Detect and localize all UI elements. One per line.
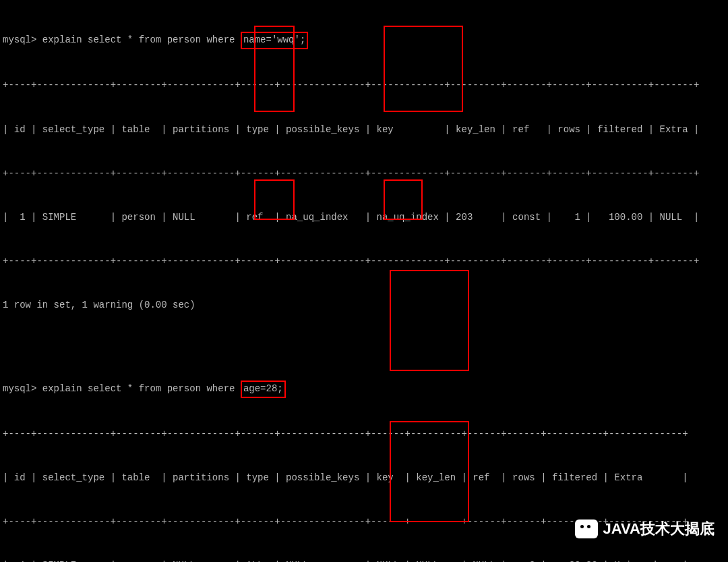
watermark: JAVA技术大揭底: [575, 517, 715, 540]
terminal-block-1: mysql> explain select * from person wher…: [0, 0, 728, 342]
table-data-row: | 1 | SIMPLE | person | NULL | ref | na_…: [3, 210, 725, 225]
table-header-row: | id | select_type | table | partitions …: [3, 123, 725, 138]
table-data-row: | 1 | SIMPLE | person | NULL | ALL | NUL…: [3, 559, 725, 562]
table-border: +----+-------------+--------+-----------…: [3, 167, 725, 181]
wechat-icon: [575, 519, 598, 538]
sql-pre: explain select * from person where: [42, 34, 241, 45]
sql-line-1: mysql> explain select * from person wher…: [3, 32, 725, 49]
mysql-prompt: mysql>: [3, 383, 42, 394]
mysql-prompt: mysql>: [3, 34, 42, 45]
result-msg: 1 row in set, 1 warning (0.00 sec): [3, 298, 725, 313]
sql-highlight-where: age=28;: [241, 381, 286, 398]
sql-line-2: mysql> explain select * from person wher…: [3, 381, 725, 398]
table-border: +----+-------------+--------+-----------…: [3, 78, 725, 93]
terminal-screenshot: mysql> explain select * from person wher…: [0, 0, 728, 562]
table-border: +----+-------------+--------+-----------…: [3, 427, 725, 442]
sql-pre: explain select * from person where: [42, 383, 241, 394]
table-border: +----+-------------+--------+-----------…: [3, 254, 725, 269]
sql-highlight-where: name='wwq';: [241, 32, 308, 49]
watermark-text: JAVA技术大揭底: [603, 517, 715, 540]
table-header-row: | id | select_type | table | partitions …: [3, 471, 725, 486]
